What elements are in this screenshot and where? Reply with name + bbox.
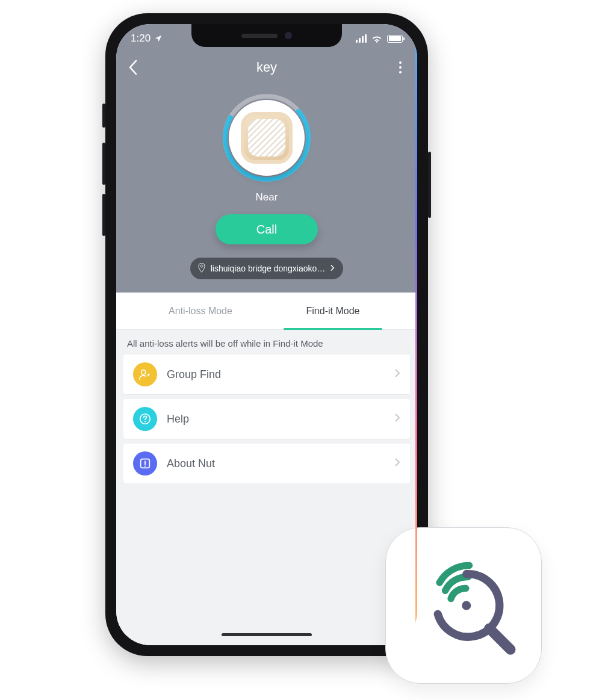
proximity-label: Near [128,191,405,203]
list-item-group-find[interactable]: Group Find [123,355,410,394]
page-title: key [256,60,277,75]
svg-point-8 [462,601,471,610]
svg-line-9 [489,628,510,649]
chevron-right-icon [330,264,335,273]
tab-label: Anti-loss Mode [169,306,232,317]
group-find-icon [133,362,157,386]
tab-find-it[interactable]: Find-it Mode [267,293,399,329]
home-indicator[interactable] [116,624,417,645]
chevron-right-icon [394,457,400,469]
device-hero: key Near Call [116,53,417,293]
phone-frame: 1:20 [105,13,428,656]
proximity-ring [222,93,312,183]
pin-icon [197,263,206,274]
chevron-right-icon [394,413,400,425]
help-icon [133,407,157,431]
list-item-about[interactable]: About Nut [123,444,410,483]
location-arrow-icon [154,34,163,43]
app-screen: 1:20 [116,24,417,645]
kebab-icon [396,58,405,77]
notch [191,24,342,47]
list-item-label: Group Find [167,368,385,381]
svg-point-4 [144,421,146,423]
device-avatar[interactable] [229,100,305,176]
back-button[interactable] [128,60,152,75]
power-button [428,152,431,218]
mode-note: All anti-loss alerts will be off while i… [116,330,417,355]
svg-point-2 [141,370,146,374]
magnifier-icon [406,548,521,663]
location-text: lishuiqiao bridge dongxiaoko… [211,264,326,273]
last-location-pill[interactable]: lishuiqiao bridge dongxiaoko… [190,258,344,279]
tab-label: Find-it Mode [306,306,360,317]
cellular-signal-icon [356,34,367,43]
battery-icon [387,35,403,43]
list-item-label: Help [167,413,385,426]
find-it-badge [385,527,542,684]
call-button[interactable]: Call [216,214,318,244]
more-button[interactable] [381,58,405,77]
svg-point-7 [144,465,146,466]
status-time: 1:20 [131,33,150,45]
volume-down [102,194,105,236]
mode-tabs: Anti-loss Mode Find-it Mode [116,293,417,330]
screen-edge-glow [415,24,417,645]
mute-switch [102,104,105,128]
list-item-label: About Nut [167,457,385,470]
info-icon [133,451,157,475]
wifi-icon [371,34,382,43]
tab-anti-loss[interactable]: Anti-loss Mode [134,293,267,329]
volume-up [102,143,105,185]
content-filler [116,483,417,624]
nav-bar: key [128,53,405,82]
chevron-right-icon [394,368,400,380]
list-item-help[interactable]: Help [123,399,410,439]
settings-list: Group Find Help [116,355,417,483]
